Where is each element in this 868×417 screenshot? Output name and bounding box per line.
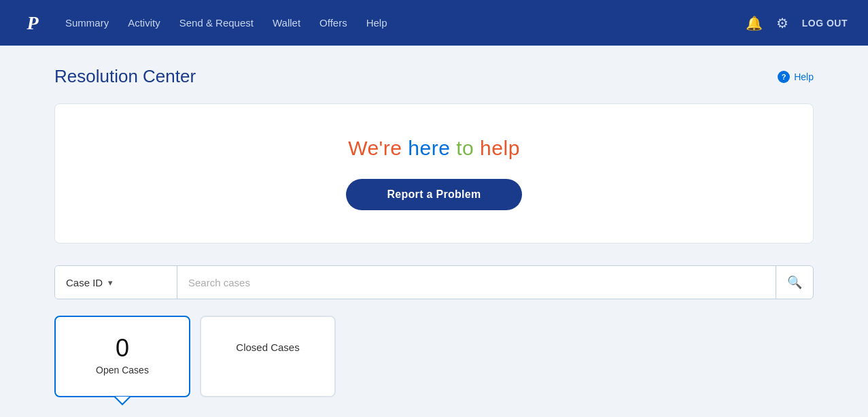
search-button[interactable]: 🔍 xyxy=(776,266,813,299)
help-link-label: Help xyxy=(794,71,814,82)
nav-offers[interactable]: Offers xyxy=(319,17,347,29)
hero-title-here: here xyxy=(408,137,456,159)
tab-open-cases[interactable]: 0 Open Cases xyxy=(54,316,190,397)
nav-send-request[interactable]: Send & Request xyxy=(179,17,254,29)
search-input[interactable] xyxy=(177,266,776,299)
open-cases-count: 0 xyxy=(69,336,175,361)
logout-button[interactable]: LOG OUT xyxy=(802,18,848,29)
case-id-dropdown[interactable]: Case ID ▾ xyxy=(55,266,177,299)
main-header: P Summary Activity Send & Request Wallet… xyxy=(0,0,868,46)
paypal-logo-icon: P xyxy=(27,12,38,34)
nav-summary[interactable]: Summary xyxy=(65,17,109,29)
help-circle-icon: ? xyxy=(778,71,790,83)
case-id-label: Case ID xyxy=(66,277,103,288)
help-link[interactable]: ? Help xyxy=(778,71,814,83)
search-row: Case ID ▾ 🔍 xyxy=(54,265,814,299)
paypal-logo[interactable]: P xyxy=(20,11,45,35)
closed-cases-label: Closed Cases xyxy=(215,336,321,353)
hero-title: We're here to help xyxy=(69,137,799,160)
gear-icon: ⚙ xyxy=(776,15,788,31)
nav-wallet[interactable]: Wallet xyxy=(273,17,300,29)
report-problem-button[interactable]: Report a Problem xyxy=(346,179,521,210)
notification-bell-button[interactable]: 🔔 xyxy=(746,15,763,31)
tabs-row: 0 Open Cases Closed Cases xyxy=(54,316,814,397)
nav-activity[interactable]: Activity xyxy=(128,17,160,29)
main-nav: Summary Activity Send & Request Wallet O… xyxy=(65,17,725,29)
settings-gear-button[interactable]: ⚙ xyxy=(776,15,788,31)
hero-card: We're here to help Report a Problem xyxy=(54,103,814,244)
dropdown-arrow-icon: ▾ xyxy=(108,278,113,288)
hero-title-help: help xyxy=(480,137,520,159)
nav-help[interactable]: Help xyxy=(366,17,387,29)
hero-title-we: We're xyxy=(348,137,408,159)
open-cases-label: Open Cases xyxy=(69,365,175,376)
tab-closed-cases[interactable]: Closed Cases xyxy=(200,316,336,397)
page-body: Resolution Center ? Help We're here to h… xyxy=(0,46,868,417)
hero-title-to: to xyxy=(456,137,480,159)
search-icon: 🔍 xyxy=(787,275,802,290)
bell-icon: 🔔 xyxy=(746,15,763,31)
page-title: Resolution Center xyxy=(54,66,196,87)
page-title-row: Resolution Center ? Help xyxy=(54,66,814,87)
header-right: 🔔 ⚙ LOG OUT xyxy=(746,15,848,31)
